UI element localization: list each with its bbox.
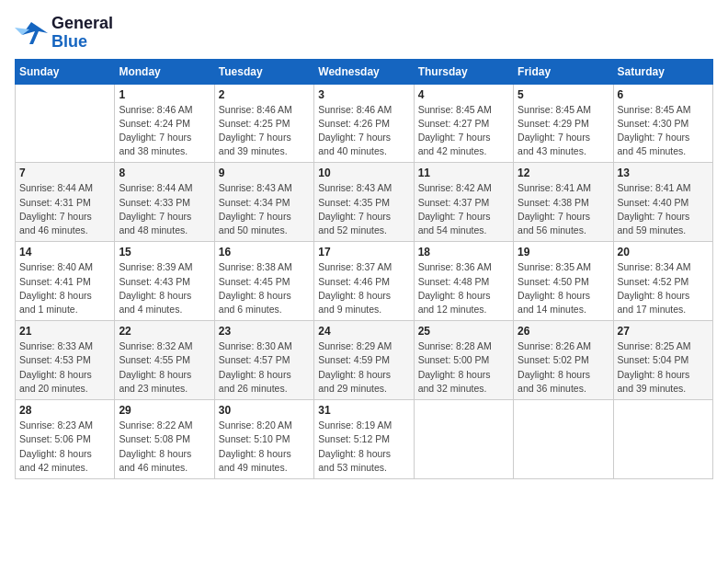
day-info: Sunrise: 8:38 AMSunset: 4:45 PMDaylight:…	[219, 260, 310, 316]
day-number: 26	[518, 325, 609, 338]
day-info: Sunrise: 8:44 AMSunset: 4:33 PMDaylight:…	[119, 181, 210, 237]
day-number: 3	[318, 88, 409, 101]
calendar-cell: 3Sunrise: 8:46 AMSunset: 4:26 PMDaylight…	[314, 84, 414, 163]
calendar-cell: 20Sunrise: 8:34 AMSunset: 4:52 PMDayligh…	[613, 242, 712, 321]
day-number: 9	[219, 167, 310, 179]
day-info: Sunrise: 8:45 AMSunset: 4:30 PMDaylight:…	[618, 103, 709, 159]
column-header-saturday: Saturday	[613, 59, 712, 84]
day-info: Sunrise: 8:34 AMSunset: 4:52 PMDaylight:…	[618, 260, 709, 316]
calendar-cell	[414, 400, 513, 479]
day-info: Sunrise: 8:19 AMSunset: 5:12 PMDaylight:…	[318, 419, 409, 475]
calendar-cell: 8Sunrise: 8:44 AMSunset: 4:33 PMDaylight…	[115, 163, 214, 242]
day-info: Sunrise: 8:46 AMSunset: 4:26 PMDaylight:…	[318, 103, 409, 159]
day-number: 30	[219, 404, 310, 417]
day-info: Sunrise: 8:45 AMSunset: 4:29 PMDaylight:…	[518, 103, 609, 159]
day-number: 2	[219, 88, 310, 101]
calendar-header-row: SundayMondayTuesdayWednesdayThursdayFrid…	[16, 59, 713, 84]
calendar-week-row: 7Sunrise: 8:44 AMSunset: 4:31 PMDaylight…	[16, 163, 713, 242]
day-info: Sunrise: 8:46 AMSunset: 4:25 PMDaylight:…	[219, 103, 310, 159]
logo-text: GeneralBlue	[51, 15, 113, 52]
calendar-cell: 6Sunrise: 8:45 AMSunset: 4:30 PMDaylight…	[613, 84, 712, 163]
day-number: 11	[418, 167, 509, 179]
day-info: Sunrise: 8:44 AMSunset: 4:31 PMDaylight:…	[19, 181, 110, 237]
day-info: Sunrise: 8:25 AMSunset: 5:04 PMDaylight:…	[618, 339, 709, 396]
day-number: 5	[518, 88, 609, 101]
day-info: Sunrise: 8:42 AMSunset: 4:37 PMDaylight:…	[418, 181, 509, 237]
day-number: 21	[19, 325, 110, 338]
day-number: 24	[318, 325, 409, 338]
calendar-cell: 24Sunrise: 8:29 AMSunset: 4:59 PMDayligh…	[314, 321, 414, 400]
calendar-cell: 11Sunrise: 8:42 AMSunset: 4:37 PMDayligh…	[414, 163, 513, 242]
day-info: Sunrise: 8:23 AMSunset: 5:06 PMDaylight:…	[19, 419, 110, 475]
calendar-cell: 13Sunrise: 8:41 AMSunset: 4:40 PMDayligh…	[613, 163, 712, 242]
calendar-table: SundayMondayTuesdayWednesdayThursdayFrid…	[15, 59, 713, 479]
day-number: 14	[19, 246, 110, 259]
day-info: Sunrise: 8:35 AMSunset: 4:50 PMDaylight:…	[518, 260, 609, 316]
day-info: Sunrise: 8:41 AMSunset: 4:38 PMDaylight:…	[518, 181, 609, 237]
day-number: 31	[318, 404, 409, 417]
day-number: 13	[618, 167, 709, 179]
day-number: 22	[119, 325, 210, 338]
page-header: GeneralBlue	[15, 15, 713, 52]
calendar-cell: 16Sunrise: 8:38 AMSunset: 4:45 PMDayligh…	[214, 242, 313, 321]
day-info: Sunrise: 8:20 AMSunset: 5:10 PMDaylight:…	[219, 419, 310, 475]
calendar-cell: 22Sunrise: 8:32 AMSunset: 4:55 PMDayligh…	[115, 321, 214, 400]
calendar-cell: 29Sunrise: 8:22 AMSunset: 5:08 PMDayligh…	[115, 400, 214, 479]
calendar-week-row: 28Sunrise: 8:23 AMSunset: 5:06 PMDayligh…	[16, 400, 713, 479]
day-info: Sunrise: 8:32 AMSunset: 4:55 PMDaylight:…	[119, 339, 210, 396]
calendar-cell: 7Sunrise: 8:44 AMSunset: 4:31 PMDaylight…	[16, 163, 115, 242]
calendar-cell: 15Sunrise: 8:39 AMSunset: 4:43 PMDayligh…	[115, 242, 214, 321]
day-number: 23	[219, 325, 310, 338]
calendar-week-row: 21Sunrise: 8:33 AMSunset: 4:53 PMDayligh…	[16, 321, 713, 400]
calendar-cell: 23Sunrise: 8:30 AMSunset: 4:57 PMDayligh…	[214, 321, 313, 400]
calendar-cell: 10Sunrise: 8:43 AMSunset: 4:35 PMDayligh…	[314, 163, 414, 242]
column-header-thursday: Thursday	[414, 59, 513, 84]
calendar-cell: 5Sunrise: 8:45 AMSunset: 4:29 PMDaylight…	[514, 84, 613, 163]
calendar-week-row: 14Sunrise: 8:40 AMSunset: 4:41 PMDayligh…	[16, 242, 713, 321]
svg-marker-0	[22, 22, 48, 44]
day-info: Sunrise: 8:37 AMSunset: 4:46 PMDaylight:…	[318, 260, 409, 316]
day-info: Sunrise: 8:22 AMSunset: 5:08 PMDaylight:…	[119, 419, 210, 475]
calendar-cell: 14Sunrise: 8:40 AMSunset: 4:41 PMDayligh…	[16, 242, 115, 321]
logo-bird-icon	[15, 18, 48, 48]
day-info: Sunrise: 8:28 AMSunset: 5:00 PMDaylight:…	[418, 339, 509, 396]
calendar-body: 1Sunrise: 8:46 AMSunset: 4:24 PMDaylight…	[16, 84, 713, 478]
day-info: Sunrise: 8:39 AMSunset: 4:43 PMDaylight:…	[119, 260, 210, 316]
day-number: 29	[119, 404, 210, 417]
day-number: 27	[618, 325, 709, 338]
column-header-wednesday: Wednesday	[314, 59, 414, 84]
day-info: Sunrise: 8:29 AMSunset: 4:59 PMDaylight:…	[318, 339, 409, 396]
calendar-cell	[613, 400, 712, 479]
day-number: 16	[219, 246, 310, 259]
day-number: 18	[418, 246, 509, 259]
column-header-friday: Friday	[514, 59, 613, 84]
day-number: 19	[518, 246, 609, 259]
calendar-cell	[16, 84, 115, 163]
day-number: 8	[119, 167, 210, 179]
calendar-cell: 25Sunrise: 8:28 AMSunset: 5:00 PMDayligh…	[414, 321, 513, 400]
day-info: Sunrise: 8:41 AMSunset: 4:40 PMDaylight:…	[618, 181, 709, 237]
day-info: Sunrise: 8:43 AMSunset: 4:35 PMDaylight:…	[318, 181, 409, 237]
column-header-tuesday: Tuesday	[214, 59, 313, 84]
day-info: Sunrise: 8:33 AMSunset: 4:53 PMDaylight:…	[19, 339, 110, 396]
day-number: 20	[618, 246, 709, 259]
day-number: 6	[618, 88, 709, 101]
column-header-monday: Monday	[115, 59, 214, 84]
calendar-cell: 30Sunrise: 8:20 AMSunset: 5:10 PMDayligh…	[214, 400, 313, 479]
calendar-cell: 19Sunrise: 8:35 AMSunset: 4:50 PMDayligh…	[514, 242, 613, 321]
logo: GeneralBlue	[15, 15, 113, 52]
day-number: 28	[19, 404, 110, 417]
calendar-cell: 1Sunrise: 8:46 AMSunset: 4:24 PMDaylight…	[115, 84, 214, 163]
calendar-cell: 27Sunrise: 8:25 AMSunset: 5:04 PMDayligh…	[613, 321, 712, 400]
day-info: Sunrise: 8:26 AMSunset: 5:02 PMDaylight:…	[518, 339, 609, 396]
calendar-cell: 28Sunrise: 8:23 AMSunset: 5:06 PMDayligh…	[16, 400, 115, 479]
day-info: Sunrise: 8:43 AMSunset: 4:34 PMDaylight:…	[219, 181, 310, 237]
calendar-cell: 18Sunrise: 8:36 AMSunset: 4:48 PMDayligh…	[414, 242, 513, 321]
day-number: 17	[318, 246, 409, 259]
calendar-cell: 4Sunrise: 8:45 AMSunset: 4:27 PMDaylight…	[414, 84, 513, 163]
calendar-cell: 21Sunrise: 8:33 AMSunset: 4:53 PMDayligh…	[16, 321, 115, 400]
day-info: Sunrise: 8:45 AMSunset: 4:27 PMDaylight:…	[418, 103, 509, 159]
day-info: Sunrise: 8:36 AMSunset: 4:48 PMDaylight:…	[418, 260, 509, 316]
calendar-cell: 31Sunrise: 8:19 AMSunset: 5:12 PMDayligh…	[314, 400, 414, 479]
day-number: 12	[518, 167, 609, 179]
